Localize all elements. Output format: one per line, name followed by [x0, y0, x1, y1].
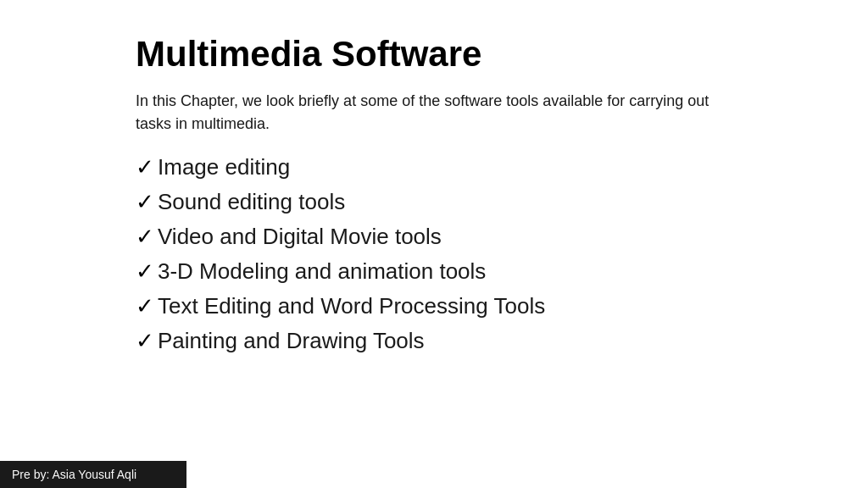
bullet-item-2: ✓Sound editing tools: [136, 189, 732, 215]
bullet-text-3: Video and Digital Movie tools: [158, 224, 442, 250]
checkmark-icon-6: ✓: [136, 328, 154, 354]
bullet-list: ✓Image editing✓Sound editing tools✓Video…: [136, 154, 732, 354]
checkmark-icon-1: ✓: [136, 154, 154, 180]
bullet-text-5: Text Editing and Word Processing Tools: [158, 293, 545, 319]
checkmark-icon-2: ✓: [136, 189, 154, 215]
bullet-item-1: ✓Image editing: [136, 154, 732, 180]
footer-text: Pre by: Asia Yousuf Aqli: [12, 468, 136, 481]
bullet-text-2: Sound editing tools: [158, 189, 345, 215]
bullet-item-4: ✓ 3-D Modeling and animation tools: [136, 258, 732, 285]
bullet-item-6: ✓Painting and Drawing Tools: [136, 328, 732, 354]
slide-intro: In this Chapter, we look briefly at some…: [136, 90, 732, 136]
footer-bar: Pre by: Asia Yousuf Aqli: [0, 461, 186, 488]
slide-container: Multimedia Software In this Chapter, we …: [0, 0, 868, 488]
bullet-text-4: 3-D Modeling and animation tools: [158, 258, 486, 285]
checkmark-icon-5: ✓: [136, 293, 154, 319]
bullet-item-5: ✓Text Editing and Word Processing Tools: [136, 293, 732, 319]
checkmark-icon-4: ✓: [136, 258, 154, 285]
slide-title: Multimedia Software: [136, 34, 732, 75]
bullet-text-6: Painting and Drawing Tools: [158, 328, 425, 354]
bullet-text-1: Image editing: [158, 154, 290, 180]
checkmark-icon-3: ✓: [136, 224, 154, 250]
bullet-item-3: ✓Video and Digital Movie tools: [136, 224, 732, 250]
